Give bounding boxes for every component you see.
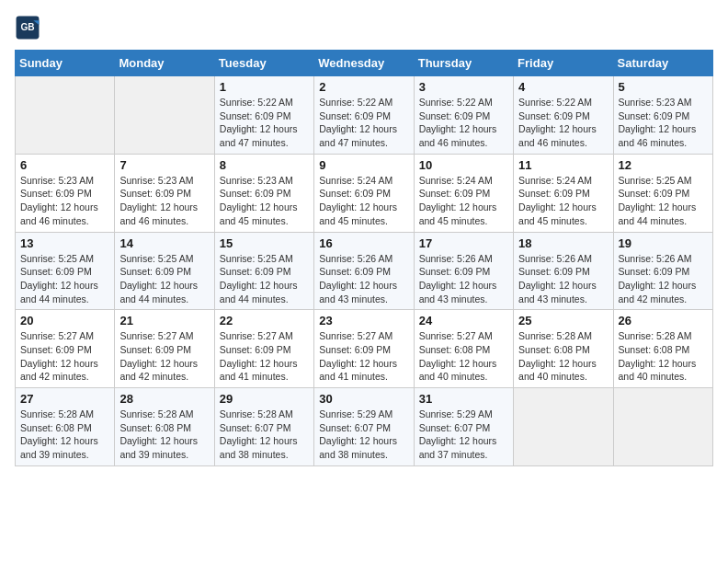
day-number: 2 (319, 80, 408, 94)
day-cell: 4Sunrise: 5:22 AM Sunset: 6:09 PM Daylig… (514, 76, 613, 155)
day-cell: 8Sunrise: 5:23 AM Sunset: 6:09 PM Daylig… (214, 154, 313, 232)
day-cell: 1Sunrise: 5:22 AM Sunset: 6:09 PM Daylig… (214, 76, 313, 155)
day-info: Sunrise: 5:22 AM Sunset: 6:09 PM Dayligh… (220, 96, 309, 150)
day-number: 17 (419, 236, 508, 250)
day-number: 6 (20, 158, 109, 172)
day-number: 31 (419, 392, 508, 406)
day-cell: 23Sunrise: 5:27 AM Sunset: 6:09 PM Dayli… (314, 310, 414, 388)
day-number: 4 (518, 80, 608, 94)
day-number: 30 (319, 392, 408, 406)
day-info: Sunrise: 5:26 AM Sunset: 6:09 PM Dayligh… (518, 252, 608, 306)
day-cell: 30Sunrise: 5:29 AM Sunset: 6:07 PM Dayli… (314, 388, 414, 466)
day-number: 12 (619, 158, 708, 172)
day-cell: 10Sunrise: 5:24 AM Sunset: 6:09 PM Dayli… (414, 154, 513, 232)
day-info: Sunrise: 5:22 AM Sunset: 6:09 PM Dayligh… (419, 96, 508, 150)
week-row-5: 27Sunrise: 5:28 AM Sunset: 6:08 PM Dayli… (16, 388, 713, 466)
day-number: 27 (20, 392, 109, 406)
weekday-header-tuesday: Tuesday (214, 51, 313, 76)
day-number: 14 (119, 236, 209, 250)
day-info: Sunrise: 5:24 AM Sunset: 6:09 PM Dayligh… (319, 174, 408, 228)
day-cell: 5Sunrise: 5:23 AM Sunset: 6:09 PM Daylig… (613, 76, 712, 155)
day-cell: 22Sunrise: 5:27 AM Sunset: 6:09 PM Dayli… (214, 310, 313, 388)
day-info: Sunrise: 5:27 AM Sunset: 6:09 PM Dayligh… (220, 329, 309, 384)
day-info: Sunrise: 5:22 AM Sunset: 6:09 PM Dayligh… (319, 96, 408, 150)
weekday-header-wednesday: Wednesday (314, 51, 414, 76)
day-info: Sunrise: 5:29 AM Sunset: 6:07 PM Dayligh… (319, 408, 408, 462)
day-cell: 13Sunrise: 5:25 AM Sunset: 6:09 PM Dayli… (16, 232, 115, 310)
day-cell: 19Sunrise: 5:26 AM Sunset: 6:09 PM Dayli… (613, 232, 712, 310)
day-info: Sunrise: 5:28 AM Sunset: 6:08 PM Dayligh… (20, 408, 109, 462)
day-cell: 15Sunrise: 5:25 AM Sunset: 6:09 PM Dayli… (214, 232, 313, 310)
weekday-header-sunday: Sunday (16, 51, 115, 76)
day-cell (16, 76, 115, 155)
day-cell: 11Sunrise: 5:24 AM Sunset: 6:09 PM Dayli… (514, 154, 613, 232)
day-info: Sunrise: 5:27 AM Sunset: 6:09 PM Dayligh… (119, 329, 209, 384)
day-number: 20 (20, 314, 109, 327)
day-cell: 25Sunrise: 5:28 AM Sunset: 6:08 PM Dayli… (514, 310, 613, 388)
day-cell: 27Sunrise: 5:28 AM Sunset: 6:08 PM Dayli… (16, 388, 115, 466)
day-info: Sunrise: 5:28 AM Sunset: 6:07 PM Dayligh… (220, 408, 309, 462)
day-info: Sunrise: 5:25 AM Sunset: 6:09 PM Dayligh… (20, 252, 109, 306)
day-cell: 7Sunrise: 5:23 AM Sunset: 6:09 PM Daylig… (115, 154, 214, 232)
day-info: Sunrise: 5:23 AM Sunset: 6:09 PM Dayligh… (220, 174, 309, 228)
day-cell: 29Sunrise: 5:28 AM Sunset: 6:07 PM Dayli… (214, 388, 313, 466)
day-number: 1 (220, 80, 309, 94)
day-cell: 12Sunrise: 5:25 AM Sunset: 6:09 PM Dayli… (613, 154, 712, 232)
day-cell: 6Sunrise: 5:23 AM Sunset: 6:09 PM Daylig… (16, 154, 115, 232)
day-number: 10 (419, 158, 508, 172)
day-cell (115, 76, 214, 155)
day-info: Sunrise: 5:23 AM Sunset: 6:09 PM Dayligh… (619, 96, 708, 150)
logo: GB (15, 15, 44, 40)
day-info: Sunrise: 5:26 AM Sunset: 6:09 PM Dayligh… (319, 252, 408, 306)
day-number: 22 (220, 314, 309, 327)
day-number: 5 (619, 80, 708, 94)
calendar-table: SundayMondayTuesdayWednesdayThursdayFrid… (15, 50, 713, 466)
day-number: 15 (220, 236, 309, 250)
day-info: Sunrise: 5:23 AM Sunset: 6:09 PM Dayligh… (20, 174, 109, 228)
day-number: 13 (20, 236, 109, 250)
day-info: Sunrise: 5:25 AM Sunset: 6:09 PM Dayligh… (619, 174, 708, 228)
svg-text:GB: GB (20, 22, 34, 32)
day-info: Sunrise: 5:24 AM Sunset: 6:09 PM Dayligh… (518, 174, 608, 228)
day-number: 16 (319, 236, 408, 250)
week-row-2: 6Sunrise: 5:23 AM Sunset: 6:09 PM Daylig… (16, 154, 713, 232)
calendar-body: 1Sunrise: 5:22 AM Sunset: 6:09 PM Daylig… (16, 76, 713, 466)
day-cell: 20Sunrise: 5:27 AM Sunset: 6:09 PM Dayli… (16, 310, 115, 388)
day-info: Sunrise: 5:26 AM Sunset: 6:09 PM Dayligh… (419, 252, 508, 306)
day-number: 25 (518, 314, 608, 327)
day-info: Sunrise: 5:27 AM Sunset: 6:08 PM Dayligh… (419, 329, 508, 384)
day-info: Sunrise: 5:22 AM Sunset: 6:09 PM Dayligh… (518, 96, 608, 150)
weekday-header-friday: Friday (514, 51, 613, 76)
day-number: 23 (319, 314, 408, 327)
week-row-1: 1Sunrise: 5:22 AM Sunset: 6:09 PM Daylig… (16, 76, 713, 155)
weekday-header-monday: Monday (115, 51, 214, 76)
day-info: Sunrise: 5:28 AM Sunset: 6:08 PM Dayligh… (518, 329, 608, 384)
day-cell: 14Sunrise: 5:25 AM Sunset: 6:09 PM Dayli… (115, 232, 214, 310)
day-cell: 18Sunrise: 5:26 AM Sunset: 6:09 PM Dayli… (514, 232, 613, 310)
day-info: Sunrise: 5:28 AM Sunset: 6:08 PM Dayligh… (619, 329, 708, 384)
day-number: 18 (518, 236, 608, 250)
day-number: 28 (119, 392, 209, 406)
day-number: 21 (119, 314, 209, 327)
day-number: 8 (220, 158, 309, 172)
day-info: Sunrise: 5:24 AM Sunset: 6:09 PM Dayligh… (419, 174, 508, 228)
day-number: 26 (619, 314, 708, 327)
day-info: Sunrise: 5:25 AM Sunset: 6:09 PM Dayligh… (220, 252, 309, 306)
week-row-3: 13Sunrise: 5:25 AM Sunset: 6:09 PM Dayli… (16, 232, 713, 310)
day-number: 29 (220, 392, 309, 406)
day-info: Sunrise: 5:29 AM Sunset: 6:07 PM Dayligh… (419, 408, 508, 462)
day-number: 3 (419, 80, 508, 94)
day-cell (514, 388, 613, 466)
day-info: Sunrise: 5:26 AM Sunset: 6:09 PM Dayligh… (619, 252, 708, 306)
day-number: 19 (619, 236, 708, 250)
day-cell: 9Sunrise: 5:24 AM Sunset: 6:09 PM Daylig… (314, 154, 414, 232)
day-number: 9 (319, 158, 408, 172)
weekday-header-thursday: Thursday (414, 51, 513, 76)
day-info: Sunrise: 5:25 AM Sunset: 6:09 PM Dayligh… (119, 252, 209, 306)
day-cell: 24Sunrise: 5:27 AM Sunset: 6:08 PM Dayli… (414, 310, 513, 388)
day-cell: 2Sunrise: 5:22 AM Sunset: 6:09 PM Daylig… (314, 76, 414, 155)
day-info: Sunrise: 5:28 AM Sunset: 6:08 PM Dayligh… (119, 408, 209, 462)
day-info: Sunrise: 5:27 AM Sunset: 6:09 PM Dayligh… (20, 329, 109, 384)
day-cell: 17Sunrise: 5:26 AM Sunset: 6:09 PM Dayli… (414, 232, 513, 310)
day-cell: 21Sunrise: 5:27 AM Sunset: 6:09 PM Dayli… (115, 310, 214, 388)
